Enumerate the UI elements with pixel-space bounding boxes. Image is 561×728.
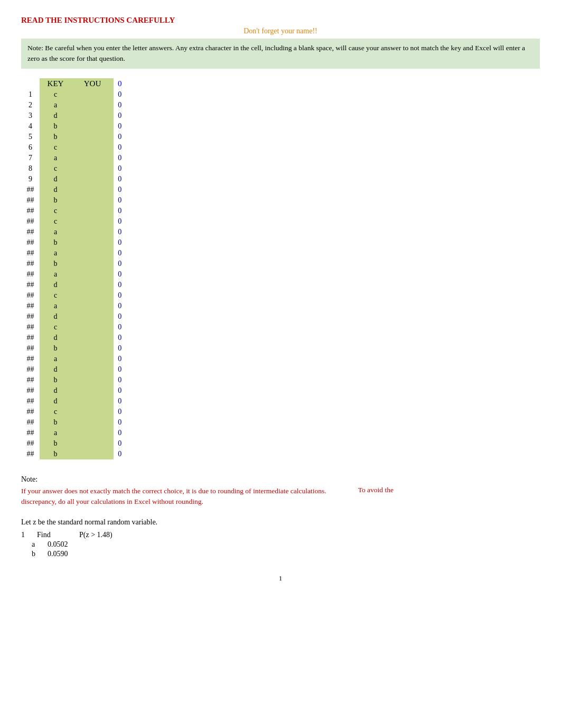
you-cell[interactable] bbox=[71, 153, 114, 163]
table-row: 2a0 bbox=[21, 100, 126, 110]
you-header: YOU bbox=[71, 78, 114, 89]
row-number: ## bbox=[21, 354, 40, 364]
table-row: ##c0 bbox=[21, 290, 126, 301]
key-cell: d bbox=[40, 385, 71, 396]
table-row: 8c0 bbox=[21, 163, 126, 174]
score-cell: 0 bbox=[114, 100, 126, 110]
you-cell[interactable] bbox=[71, 407, 114, 417]
row-number: 6 bbox=[21, 142, 40, 153]
key-cell: b bbox=[40, 121, 71, 132]
score-cell: 0 bbox=[114, 110, 126, 121]
you-cell[interactable] bbox=[71, 163, 114, 174]
you-cell[interactable] bbox=[71, 248, 114, 259]
you-cell[interactable] bbox=[71, 396, 114, 407]
note-section: Note: If your answer does not exactly ma… bbox=[21, 475, 540, 508]
table-row: 1c0 bbox=[21, 89, 126, 100]
table-row: ##a0 bbox=[21, 227, 126, 237]
row-number: ## bbox=[21, 375, 40, 385]
table-row: ##a0 bbox=[21, 269, 126, 280]
you-cell[interactable] bbox=[71, 142, 114, 153]
you-cell[interactable] bbox=[71, 449, 114, 459]
you-cell[interactable] bbox=[71, 364, 114, 375]
you-cell[interactable] bbox=[71, 216, 114, 227]
you-cell[interactable] bbox=[71, 269, 114, 280]
key-cell: d bbox=[40, 311, 71, 322]
score-cell: 0 bbox=[114, 407, 126, 417]
you-cell[interactable] bbox=[71, 174, 114, 185]
you-cell[interactable] bbox=[71, 322, 114, 333]
row-number: ## bbox=[21, 407, 40, 417]
you-cell[interactable] bbox=[71, 333, 114, 343]
you-cell[interactable] bbox=[71, 195, 114, 206]
you-cell[interactable] bbox=[71, 301, 114, 311]
you-cell[interactable] bbox=[71, 121, 114, 132]
key-cell: a bbox=[40, 301, 71, 311]
you-cell[interactable] bbox=[71, 110, 114, 121]
you-cell[interactable] bbox=[71, 343, 114, 354]
table-row: ##a0 bbox=[21, 248, 126, 259]
row-number: ## bbox=[21, 290, 40, 301]
key-cell: d bbox=[40, 185, 71, 195]
page-number: 1 bbox=[21, 574, 540, 583]
table-row: 5b0 bbox=[21, 132, 126, 142]
table-row: ##d0 bbox=[21, 385, 126, 396]
avoid-text: To avoid the bbox=[358, 486, 394, 494]
question-item: 1FindP(z > 1.48)a0.0502b0.0590 bbox=[21, 531, 540, 558]
you-cell[interactable] bbox=[71, 290, 114, 301]
you-cell[interactable] bbox=[71, 237, 114, 248]
you-cell[interactable] bbox=[71, 100, 114, 110]
header-instructions: READ THE INSTRUCTIONS CAREFULLY bbox=[21, 16, 540, 25]
you-cell[interactable] bbox=[71, 438, 114, 449]
you-cell[interactable] bbox=[71, 428, 114, 438]
rounding-row: If your answer does not exactly match th… bbox=[21, 486, 540, 508]
row-number: ## bbox=[21, 269, 40, 280]
score-cell: 0 bbox=[114, 89, 126, 100]
row-number: ## bbox=[21, 301, 40, 311]
you-cell[interactable] bbox=[71, 132, 114, 142]
key-cell: d bbox=[40, 280, 71, 290]
table-row: ##b0 bbox=[21, 237, 126, 248]
score-cell: 0 bbox=[114, 259, 126, 269]
you-cell[interactable] bbox=[71, 417, 114, 428]
page-container: READ THE INSTRUCTIONS CAREFULLY Don't fo… bbox=[21, 16, 540, 583]
choice-line: a0.0502 bbox=[21, 540, 540, 549]
key-cell: d bbox=[40, 333, 71, 343]
key-cell: a bbox=[40, 269, 71, 280]
choice-value: 0.0502 bbox=[37, 540, 68, 549]
avoid-inline: To avoid the bbox=[326, 486, 540, 494]
you-cell[interactable] bbox=[71, 89, 114, 100]
key-cell: b bbox=[40, 417, 71, 428]
key-cell: d bbox=[40, 364, 71, 375]
table-row: ##d0 bbox=[21, 311, 126, 322]
you-cell[interactable] bbox=[71, 375, 114, 385]
score-cell: 0 bbox=[114, 417, 126, 428]
table-row: ##d0 bbox=[21, 333, 126, 343]
row-number: 3 bbox=[21, 110, 40, 121]
you-cell[interactable] bbox=[71, 259, 114, 269]
row-number: ## bbox=[21, 428, 40, 438]
q-number: 1 bbox=[21, 531, 37, 539]
score-cell: 0 bbox=[114, 290, 126, 301]
you-cell[interactable] bbox=[71, 311, 114, 322]
you-cell[interactable] bbox=[71, 227, 114, 237]
score-cell: 0 bbox=[114, 333, 126, 343]
score-cell: 0 bbox=[114, 375, 126, 385]
key-cell: b bbox=[40, 343, 71, 354]
you-cell[interactable] bbox=[71, 354, 114, 364]
row-number: ## bbox=[21, 449, 40, 459]
choice-letter: b bbox=[21, 550, 37, 558]
row-number: ## bbox=[21, 396, 40, 407]
you-cell[interactable] bbox=[71, 385, 114, 396]
table-row: ##d0 bbox=[21, 185, 126, 195]
score-cell: 0 bbox=[114, 343, 126, 354]
key-cell: a bbox=[40, 248, 71, 259]
row-number: ## bbox=[21, 343, 40, 354]
you-cell[interactable] bbox=[71, 280, 114, 290]
table-row: ##d0 bbox=[21, 364, 126, 375]
row-number: ## bbox=[21, 311, 40, 322]
key-cell: c bbox=[40, 216, 71, 227]
you-cell[interactable] bbox=[71, 206, 114, 216]
score-cell: 0 bbox=[114, 322, 126, 333]
row-number: ## bbox=[21, 385, 40, 396]
you-cell[interactable] bbox=[71, 185, 114, 195]
